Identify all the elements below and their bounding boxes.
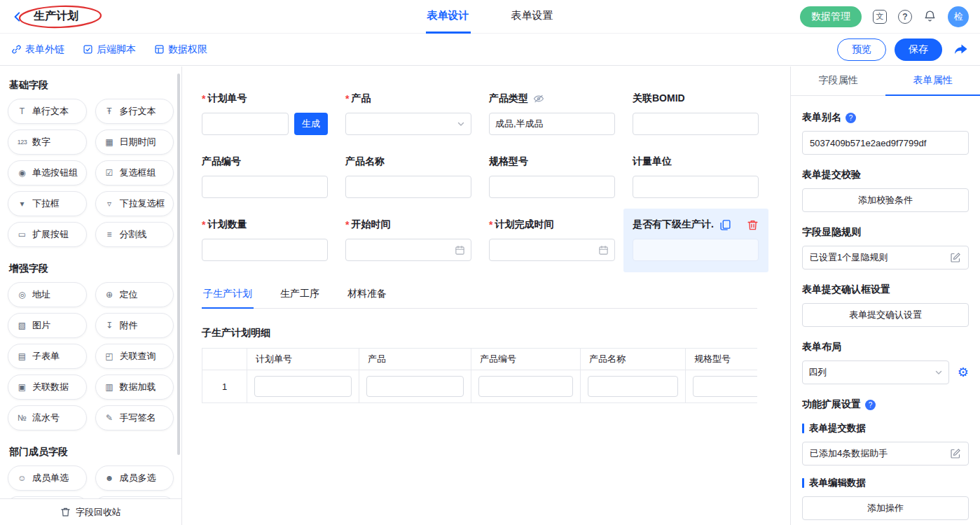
subtable-product-input[interactable] [366,376,464,397]
field-product-type[interactable]: 产品类型 [489,92,615,135]
subtab-production-process[interactable]: 生产工序 [279,285,321,309]
sidebar-item-number[interactable]: 123数字 [8,130,87,155]
help-circle-icon[interactable]: ? [846,113,856,123]
tab-field-properties[interactable]: 字段属性 [791,66,885,96]
submit-data-label: 表单提交数据 [809,422,866,435]
back-icon[interactable] [11,10,24,23]
sidebar-item-subform[interactable]: ▤子表单 [8,344,87,369]
field-unit[interactable]: 计量单位 [633,155,759,198]
translate-icon[interactable]: 文 [873,10,887,24]
multi-line-text-icon: Ŧ [104,106,115,116]
serial-number-icon: № [17,413,27,423]
sidebar-item-member-single[interactable]: ☺成员单选 [8,465,87,491]
subtable-spec-model-input[interactable] [693,376,757,397]
product-select[interactable] [345,113,471,135]
sidebar-item-address[interactable]: ◎地址 [8,282,87,307]
sidebar-item-related-data[interactable]: ▣关联数据 [8,374,87,400]
publish-share-icon[interactable] [952,43,969,57]
gear-icon[interactable]: ⚙ [958,366,969,379]
tab-form-settings[interactable]: 表单设置 [510,0,555,34]
sidebar-item-single-line-text[interactable]: T单行文本 [8,99,87,124]
sidebar-item-signature[interactable]: ✎手写签名 [95,405,174,430]
field-recycle-bin[interactable]: 字段回收站 [0,498,181,525]
edit-icon[interactable] [950,448,961,459]
subtable-product-code-input[interactable] [478,376,573,397]
sidebar-item-member-multi[interactable]: ☻成员多选 [95,465,174,491]
plan-no-input[interactable] [202,113,289,135]
form-external-link[interactable]: 表单外链 [11,43,64,56]
product-type-input[interactable] [489,113,615,135]
save-button[interactable]: 保存 [895,38,942,61]
recycle-bin-icon [60,507,71,517]
field-product-code[interactable]: 产品编号 [202,155,328,198]
delete-field-icon[interactable] [747,219,759,231]
subtable-product-name-input[interactable] [588,376,678,397]
sidebar-scrollbar[interactable] [177,74,180,455]
product-name-input[interactable] [345,176,471,198]
calendar-icon [455,245,465,255]
plan-qty-input[interactable] [202,239,328,261]
data-permission-link[interactable]: 数据权限 [154,43,207,56]
has-sub-plan-input[interactable] [633,239,759,261]
tab-form-properties[interactable]: 表单属性 [885,66,980,96]
start-time-picker[interactable] [345,239,471,261]
tab-form-design[interactable]: 表单设计 [426,0,471,34]
sidebar-item-checkbox-group[interactable]: ☑复选框组 [95,160,174,186]
sidebar-item-multi-line-text[interactable]: Ŧ多行文本 [95,99,174,124]
sidebar-item-attachment[interactable]: ↧附件 [95,313,174,338]
subtab-sub-production-plan[interactable]: 子生产计划 [202,285,254,309]
field-plan-no[interactable]: *计划单号 生成 [202,92,328,135]
generate-button[interactable]: 生成 [294,113,328,135]
notification-bell-icon[interactable] [923,10,937,23]
eye-hidden-icon[interactable] [533,94,544,104]
finish-time-picker[interactable] [489,239,615,261]
subtab-material-preparation[interactable]: 材料准备 [346,285,388,309]
backend-script-link[interactable]: 后端脚本 [83,43,136,56]
field-bom-id[interactable]: 关联BOMID [633,92,759,135]
unit-input[interactable] [633,176,759,198]
confirm-box-label: 表单提交确认框设置 [802,284,890,296]
visibility-rules-box[interactable]: 已设置1个显隐规则 [802,246,969,270]
sidebar-item-divider[interactable]: ≡分割线 [95,222,174,247]
product-code-input[interactable] [202,176,328,198]
submit-data-box[interactable]: 已添加4条数据助手 [802,442,969,465]
sidebar-item-select[interactable]: ▾下拉框 [8,191,87,216]
field-start-time[interactable]: *开始时间 [345,218,471,261]
copy-field-icon[interactable] [719,219,731,231]
sidebar-item-datetime[interactable]: ▦日期时间 [95,130,174,155]
help-icon[interactable]: ? [898,10,912,24]
subtable-plan-no-input[interactable] [254,376,352,397]
layout-select[interactable]: 四列 [802,360,949,384]
form-alias-input[interactable] [802,131,969,155]
field-plan-qty[interactable]: *计划数量 [202,218,328,261]
submit-confirm-settings-button[interactable]: 表单提交确认设置 [802,303,969,327]
field-product-name[interactable]: 产品名称 [345,155,471,198]
header-tabs: 表单设计 表单设置 [426,0,555,34]
add-action-button[interactable]: 添加操作 [802,496,969,520]
sidebar-item-related-query[interactable]: ◰关联查询 [95,344,174,369]
sidebar-item-extend-button[interactable]: ▭扩展按钮 [8,222,87,247]
sidebar-item-location[interactable]: ⊕定位 [95,282,174,307]
index-column-header [202,349,247,370]
user-avatar[interactable]: 检 [948,6,969,27]
signature-icon: ✎ [104,413,115,423]
data-manage-button[interactable]: 数据管理 [800,6,862,27]
form-toolbar: 表单外链 后端脚本 数据权限 预览 保存 [0,34,980,66]
edit-icon[interactable] [950,252,961,263]
sidebar-item-image[interactable]: ▧图片 [8,313,87,338]
field-has-sub-plan[interactable]: 是否有下级生产计. [623,209,768,272]
preview-button[interactable]: 预览 [837,38,886,61]
sidebar-item-serial-number[interactable]: №流水号 [8,405,87,430]
bom-id-input[interactable] [633,113,759,135]
add-validation-button[interactable]: 添加校验条件 [802,188,969,212]
attachment-icon: ↧ [104,321,115,330]
field-product[interactable]: *产品 [345,92,471,135]
sidebar-item-data-load[interactable]: ▥数据加载 [95,374,174,400]
help-circle-icon[interactable]: ? [865,400,876,410]
sidebar-item-radio-group[interactable]: ◉单选按钮组 [8,160,87,186]
sidebar-item-multi-select[interactable]: ▿下拉复选框 [95,191,174,216]
spec-model-input[interactable] [489,176,615,198]
field-finish-time[interactable]: *计划完成时间 [489,218,615,261]
field-spec-model[interactable]: 规格型号 [489,155,615,198]
row-index: 1 [202,370,247,402]
